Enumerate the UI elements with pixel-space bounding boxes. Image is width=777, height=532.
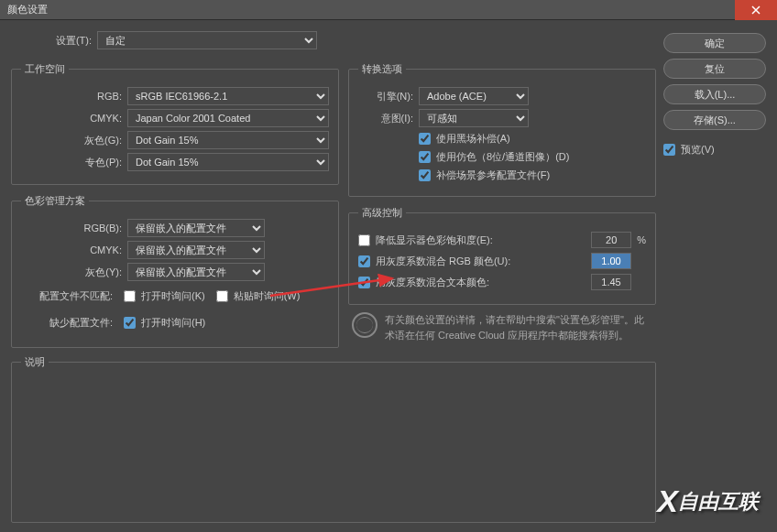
pol-rgb-label: RGB(B): bbox=[21, 223, 122, 233]
ws-rgb-select[interactable]: sRGB IEC61966-2.1 bbox=[127, 87, 329, 105]
desat-label: 降低显示器色彩饱和度(E): bbox=[376, 233, 585, 247]
open-ask-check[interactable]: 打开时询问(K) bbox=[124, 289, 205, 303]
title-bar: 颜色设置 bbox=[0, 0, 777, 20]
close-button[interactable] bbox=[735, 0, 777, 20]
pol-cmyk-select[interactable]: 保留嵌入的配置文件 bbox=[127, 241, 265, 259]
open-ask2-check[interactable]: 打开时询问(H) bbox=[124, 316, 205, 330]
pol-gray-select[interactable]: 保留嵌入的配置文件 bbox=[127, 263, 265, 281]
advanced-legend: 高级控制 bbox=[358, 206, 406, 220]
ws-spot-label: 专色(P): bbox=[21, 156, 122, 169]
svg-line-0 bbox=[270, 278, 392, 296]
ws-spot-select[interactable]: Dot Gain 15% bbox=[127, 153, 329, 171]
black-point-check[interactable] bbox=[419, 133, 431, 145]
engine-label: 引擎(N): bbox=[358, 90, 413, 103]
watermark-text: 自由互联 bbox=[678, 488, 759, 516]
ws-rgb-label: RGB: bbox=[21, 91, 122, 102]
desat-input[interactable] bbox=[591, 232, 631, 248]
dither-check[interactable] bbox=[419, 151, 431, 163]
blend-rgb-label: 用灰度系数混合 RGB 颜色(U): bbox=[376, 255, 585, 268]
ok-button[interactable]: 确定 bbox=[663, 33, 766, 53]
mismatch-label: 配置文件不匹配: bbox=[21, 289, 113, 303]
close-icon bbox=[751, 5, 761, 15]
save-button[interactable]: 存储(S)... bbox=[663, 110, 766, 130]
settings-select[interactable]: 自定 bbox=[97, 31, 317, 49]
ws-cmyk-label: CMYK: bbox=[21, 113, 122, 124]
globe-icon bbox=[352, 312, 378, 338]
intent-label: 意图(I): bbox=[358, 112, 413, 125]
policy-legend: 色彩管理方案 bbox=[21, 194, 89, 208]
watermark: X 自由互联 bbox=[657, 483, 759, 519]
annotation-arrow bbox=[266, 264, 403, 300]
pol-rgb-select[interactable]: 保留嵌入的配置文件 bbox=[127, 219, 265, 237]
desat-unit: % bbox=[637, 234, 646, 245]
engine-select[interactable]: Adobe (ACE) bbox=[419, 87, 529, 105]
reset-button[interactable]: 复位 bbox=[663, 59, 766, 79]
watermark-icon: X bbox=[657, 483, 674, 519]
workspace-group: 工作空间 RGB:sRGB IEC61966-2.1 CMYK:Japan Co… bbox=[11, 62, 339, 185]
settings-row: 设置(T): 自定 bbox=[11, 29, 656, 55]
blend-rgb-input[interactable] bbox=[591, 253, 631, 269]
workspace-legend: 工作空间 bbox=[21, 62, 69, 76]
blend-text-input[interactable] bbox=[591, 274, 631, 290]
convert-group: 转换选项 引擎(N):Adobe (ACE) 意图(I):可感知 使用黑场补偿(… bbox=[348, 62, 656, 197]
ws-gray-label: 灰色(G): bbox=[21, 134, 122, 147]
info-text: 有关颜色设置的详情，请在帮助中搜索"设置色彩管理"。此术语在任何 Creativ… bbox=[385, 312, 652, 342]
ws-cmyk-select[interactable]: Japan Color 2001 Coated bbox=[127, 109, 329, 127]
preview-check[interactable]: 预览(V) bbox=[663, 143, 766, 157]
load-button[interactable]: 载入(L)... bbox=[663, 84, 766, 104]
window-title: 颜色设置 bbox=[7, 3, 48, 16]
convert-legend: 转换选项 bbox=[358, 62, 406, 76]
blend-text-label: 用灰度系数混合文本颜色: bbox=[376, 276, 585, 289]
compensate-check[interactable] bbox=[419, 169, 431, 181]
desat-check[interactable] bbox=[358, 234, 370, 246]
settings-label: 设置(T): bbox=[11, 34, 92, 48]
description-legend: 说明 bbox=[21, 355, 49, 369]
pol-gray-label: 灰色(Y): bbox=[21, 266, 122, 279]
pol-cmyk-label: CMYK: bbox=[21, 244, 122, 255]
missing-label: 缺少配置文件: bbox=[21, 316, 113, 330]
description-group: 说明 bbox=[11, 355, 656, 523]
info-row: 有关颜色设置的详情，请在帮助中搜索"设置色彩管理"。此术语在任何 Creativ… bbox=[348, 312, 656, 342]
intent-select[interactable]: 可感知 bbox=[419, 109, 529, 127]
ws-gray-select[interactable]: Dot Gain 15% bbox=[127, 131, 329, 149]
